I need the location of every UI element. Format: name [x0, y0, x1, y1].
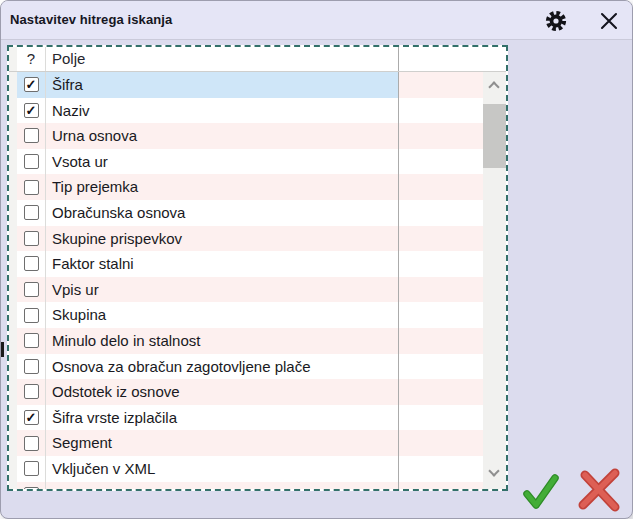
quick-search-settings-dialog: Nastavitev hitrega iskanja ? Polje ✓ — [0, 0, 633, 519]
row-checkbox[interactable] — [24, 128, 39, 143]
settings-gear-icon[interactable] — [544, 9, 568, 33]
row-indicator-gutter — [9, 123, 17, 149]
grid-row[interactable]: Faktor stalni — [9, 251, 506, 277]
grid-row[interactable]: Skupina — [9, 302, 506, 328]
row-indicator-gutter — [9, 379, 17, 405]
row-check-cell: ✓ — [17, 72, 45, 98]
row-checkbox[interactable] — [24, 256, 39, 271]
row-checkbox[interactable] — [24, 436, 39, 451]
row-indicator-gutter — [9, 98, 17, 124]
row-check-cell — [17, 277, 45, 303]
row-label[interactable]: Urna osnova — [45, 123, 399, 149]
row-indicator-gutter — [9, 354, 17, 380]
row-checkbox[interactable] — [24, 461, 39, 476]
row-label[interactable]: Faktor stalni — [45, 251, 399, 277]
row-indicator-gutter — [9, 456, 17, 482]
row-check-cell — [17, 251, 45, 277]
grid-row[interactable]: Segment — [9, 430, 506, 456]
confirm-button[interactable] — [521, 472, 561, 512]
row-check-cell: ✓ — [17, 98, 45, 124]
row-indicator-gutter — [9, 430, 17, 456]
grid-row[interactable]: Osnova za izračun prefakturacij — [9, 482, 506, 490]
row-checkbox[interactable] — [24, 384, 39, 399]
vertical-scrollbar[interactable] — [483, 72, 506, 489]
row-checkbox[interactable]: ✓ — [24, 103, 39, 118]
close-icon[interactable] — [598, 10, 620, 32]
row-check-cell: ✓ — [17, 405, 45, 431]
cancel-button[interactable] — [576, 466, 624, 514]
field-grid[interactable]: ? Polje ✓ Šifra ✓ Naziv Urna osnova Vsot… — [7, 45, 508, 491]
row-indicator-gutter — [9, 277, 17, 303]
row-label[interactable]: Šifra — [45, 72, 399, 98]
row-checkbox[interactable] — [24, 333, 39, 348]
row-indicator-gutter — [9, 405, 17, 431]
grid-row[interactable]: Odstotek iz osnove — [9, 379, 506, 405]
dialog-title: Nastavitev hitrega iskanja — [10, 12, 172, 27]
header-checked-column: ? — [17, 47, 45, 71]
row-checkbox[interactable] — [24, 180, 39, 195]
row-check-cell — [17, 123, 45, 149]
grid-rows: ✓ Šifra ✓ Naziv Urna osnova Vsota ur Tip… — [9, 72, 506, 489]
row-label[interactable]: Vključen v XML — [45, 456, 399, 482]
row-label[interactable]: Skupina — [45, 302, 399, 328]
row-indicator-gutter — [9, 482, 17, 490]
chevron-down-icon[interactable] — [490, 469, 499, 478]
row-check-cell — [17, 149, 45, 175]
row-label[interactable]: Skupine prispevkov — [45, 226, 399, 252]
row-label[interactable]: Odstotek iz osnove — [45, 379, 399, 405]
grid-row[interactable]: Obračunska osnova — [9, 200, 506, 226]
row-check-cell — [17, 430, 45, 456]
header-field-column: Polje — [45, 47, 399, 71]
row-checkbox[interactable]: ✓ — [24, 410, 39, 425]
grid-header: ? Polje — [9, 47, 506, 72]
row-indicator-gutter — [9, 149, 17, 175]
header-extra-column — [399, 47, 506, 71]
row-checkbox[interactable] — [24, 205, 39, 220]
row-indicator-gutter — [9, 226, 17, 252]
grid-row[interactable]: Vključen v XML — [9, 456, 506, 482]
grid-row[interactable]: Tip prejemka — [9, 174, 506, 200]
row-label[interactable]: Vpis ur — [45, 277, 399, 303]
row-check-cell — [17, 379, 45, 405]
row-label[interactable]: Naziv — [45, 98, 399, 124]
chevron-up-icon[interactable] — [490, 81, 499, 90]
grid-row[interactable]: Urna osnova — [9, 123, 506, 149]
grid-row[interactable]: Vpis ur — [9, 277, 506, 303]
row-indicator-gutter — [9, 47, 17, 71]
row-label[interactable]: Obračunska osnova — [45, 200, 399, 226]
row-check-cell — [17, 174, 45, 200]
row-checkbox[interactable] — [24, 487, 39, 489]
row-indicator-gutter — [9, 174, 17, 200]
row-checkbox[interactable]: ✓ — [24, 77, 39, 92]
row-checkbox[interactable] — [24, 154, 39, 169]
row-label[interactable]: Minulo delo in stalnost — [45, 328, 399, 354]
row-checkbox[interactable] — [24, 359, 39, 374]
row-check-cell — [17, 200, 45, 226]
row-checkbox[interactable] — [24, 231, 39, 246]
row-label[interactable]: Segment — [45, 430, 399, 456]
grid-row[interactable]: Minulo delo in stalnost — [9, 328, 506, 354]
row-indicator-gutter — [9, 72, 17, 98]
grid-row[interactable]: ✓ Šifra — [9, 72, 506, 98]
row-label[interactable]: Osnova za obračun zagotovljene plače — [45, 354, 399, 380]
row-checkbox[interactable] — [24, 282, 39, 297]
row-indicator-gutter — [9, 328, 17, 354]
row-label[interactable]: Tip prejemka — [45, 174, 399, 200]
left-edge-mark — [1, 342, 4, 357]
row-label[interactable]: Osnova za izračun prefakturacij — [45, 482, 399, 490]
row-check-cell — [17, 328, 45, 354]
row-label[interactable]: Vsota ur — [45, 149, 399, 175]
row-check-cell — [17, 226, 45, 252]
grid-row[interactable]: Vsota ur — [9, 149, 506, 175]
grid-row[interactable]: ✓ Šifra vrste izplačila — [9, 405, 506, 431]
row-check-cell — [17, 482, 45, 490]
grid-row[interactable]: ✓ Naziv — [9, 98, 506, 124]
row-check-cell — [17, 302, 45, 328]
grid-row[interactable]: Osnova za obračun zagotovljene plače — [9, 354, 506, 380]
row-label[interactable]: Šifra vrste izplačila — [45, 405, 399, 431]
scrollbar-thumb[interactable] — [483, 104, 506, 168]
row-checkbox[interactable] — [24, 308, 39, 323]
grid-row[interactable]: Skupine prispevkov — [9, 226, 506, 252]
row-indicator-gutter — [9, 200, 17, 226]
titlebar: Nastavitev hitrega iskanja — [1, 1, 632, 40]
